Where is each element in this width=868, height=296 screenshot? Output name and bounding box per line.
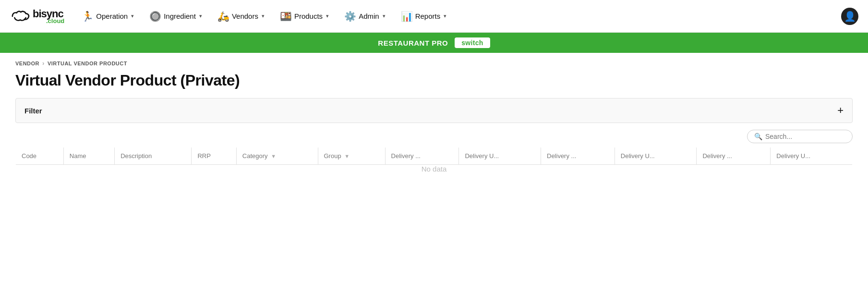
no-data-cell: No data bbox=[16, 165, 853, 173]
table-body: No data bbox=[16, 165, 853, 173]
nav-vendors-label: Vendors bbox=[232, 12, 258, 20]
reports-icon: 📊 bbox=[401, 12, 413, 21]
search-icon: 🔍 bbox=[754, 133, 762, 140]
nav-ingredient-label: Ingredient bbox=[164, 12, 196, 20]
col-group[interactable]: Group ▼ bbox=[318, 148, 385, 165]
nav-ingredient[interactable]: 🔘 Ingredient ▾ bbox=[143, 8, 209, 25]
products-chevron-icon: ▾ bbox=[326, 13, 329, 19]
operation-chevron-icon: ▾ bbox=[131, 13, 134, 19]
restaurant-pro-banner: RESTAURANT PRO switch bbox=[0, 33, 868, 53]
page-title: Virtual Vendor Product (Private) bbox=[0, 69, 868, 98]
col-delivery3: Delivery ... bbox=[697, 148, 771, 165]
col-rrp: RRP bbox=[192, 148, 236, 165]
col-name: Name bbox=[63, 148, 114, 165]
user-avatar[interactable]: 👤 bbox=[841, 8, 858, 25]
col-delivery-u2: Delivery U... bbox=[615, 148, 697, 165]
search-box[interactable]: 🔍 bbox=[747, 130, 853, 143]
ingredient-icon: 🔘 bbox=[149, 12, 161, 21]
table-container: 🔍 Code Name Description RRP Category ▼ G… bbox=[15, 130, 853, 173]
add-filter-button[interactable]: + bbox=[837, 105, 844, 116]
col-delivery1: Delivery ... bbox=[385, 148, 459, 165]
vendors-icon: 🛵 bbox=[217, 12, 229, 21]
category-filter-icon[interactable]: ▼ bbox=[271, 153, 276, 159]
user-icon: 👤 bbox=[844, 11, 856, 22]
breadcrumb: VENDOR › VIRTUAL VENDOR PRODUCT bbox=[0, 53, 868, 69]
table-header: Code Name Description RRP Category ▼ Gro… bbox=[16, 148, 853, 165]
search-input[interactable] bbox=[765, 133, 845, 140]
breadcrumb-separator: › bbox=[42, 60, 45, 67]
vendors-chevron-icon: ▾ bbox=[262, 13, 265, 19]
products-icon: 🍱 bbox=[280, 12, 292, 21]
col-category[interactable]: Category ▼ bbox=[236, 148, 318, 165]
col-code: Code bbox=[16, 148, 64, 165]
nav-admin[interactable]: ⚙️ Admin ▾ bbox=[338, 8, 392, 25]
nav-products-label: Products bbox=[294, 12, 323, 20]
group-filter-icon[interactable]: ▼ bbox=[344, 153, 350, 159]
nav-operation-label: Operation bbox=[96, 12, 128, 20]
admin-icon: ⚙️ bbox=[344, 12, 356, 21]
nav-reports[interactable]: 📊 Reports ▾ bbox=[394, 8, 454, 25]
breadcrumb-current: VIRTUAL VENDOR PRODUCT bbox=[48, 61, 127, 66]
col-delivery-u1: Delivery U... bbox=[459, 148, 541, 165]
col-description: Description bbox=[115, 148, 192, 165]
admin-chevron-icon: ▾ bbox=[383, 13, 386, 19]
filter-label: Filter bbox=[24, 107, 42, 115]
operation-icon: 🏃 bbox=[82, 12, 94, 21]
logo[interactable]: bisync .cloud bbox=[10, 8, 64, 25]
switch-button[interactable]: switch bbox=[455, 37, 490, 48]
nav-products[interactable]: 🍱 Products ▾ bbox=[273, 8, 336, 25]
nav-vendors[interactable]: 🛵 Vendors ▾ bbox=[211, 8, 271, 25]
col-delivery-u3: Delivery U... bbox=[771, 148, 853, 165]
nav-admin-label: Admin bbox=[359, 12, 379, 20]
col-delivery2: Delivery ... bbox=[541, 148, 615, 165]
data-table: Code Name Description RRP Category ▼ Gro… bbox=[15, 147, 853, 173]
search-row: 🔍 bbox=[15, 130, 853, 143]
nav-reports-label: Reports bbox=[415, 12, 441, 20]
reports-chevron-icon: ▾ bbox=[444, 13, 446, 19]
breadcrumb-parent[interactable]: VENDOR bbox=[15, 61, 39, 66]
logo-cloud: .cloud bbox=[46, 17, 64, 25]
filter-bar: Filter + bbox=[15, 98, 853, 123]
ingredient-chevron-icon: ▾ bbox=[199, 13, 202, 19]
no-data-row: No data bbox=[16, 165, 853, 173]
nav-operation[interactable]: 🏃 Operation ▾ bbox=[75, 8, 141, 25]
banner-text: RESTAURANT PRO bbox=[378, 39, 448, 47]
navbar: bisync .cloud 🏃 Operation ▾ 🔘 Ingredient… bbox=[0, 0, 868, 33]
